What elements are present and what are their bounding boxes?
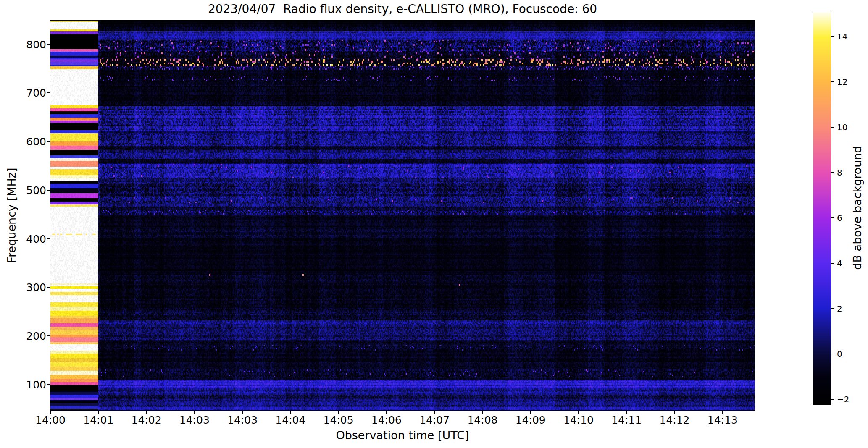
x-tick-mark [722, 411, 723, 414]
y-tick-label: 200 [26, 330, 46, 342]
x-tick-label: 14:03 [227, 414, 258, 426]
colorbar-tick-label: 12 [837, 77, 847, 87]
y-tick-label: 300 [26, 281, 46, 293]
x-tick-mark [194, 411, 195, 414]
colorbar-tick-label: 0 [837, 349, 842, 359]
spectrogram-figure: { "chart_data": { "type": "heatmap", "ti… [0, 0, 868, 448]
x-tick-mark [338, 411, 339, 414]
y-tick-label: 500 [26, 184, 46, 196]
x-tick-label: 14:12 [659, 414, 689, 426]
colorbar-tick-mark [831, 399, 834, 400]
y-tick-mark [47, 141, 50, 142]
colorbar-tick-label: 6 [837, 213, 842, 223]
y-tick-label: 700 [26, 87, 46, 99]
plot-area [50, 20, 755, 411]
x-tick-mark [578, 411, 579, 414]
x-tick-mark [530, 411, 531, 414]
x-axis-label: Observation time [UTC] [50, 429, 755, 442]
colorbar-gradient [813, 12, 831, 404]
colorbar-tick-mark [831, 308, 834, 309]
y-tick-mark [47, 92, 50, 93]
y-tick-mark [47, 335, 50, 336]
x-tick-label: 14:04 [275, 414, 305, 426]
y-tick-label: 400 [26, 233, 46, 245]
x-tick-label: 14:10 [563, 414, 594, 426]
y-tick-mark [47, 287, 50, 288]
colorbar-tick-mark [831, 217, 834, 218]
chart-title: 2023/04/07 Radio flux density, e-CALLIST… [50, 2, 755, 16]
y-tick-label: 800 [26, 38, 46, 50]
y-tick-label: 100 [26, 378, 46, 390]
colorbar-tick-label: 4 [837, 258, 842, 268]
spectrogram-heatmap [50, 21, 755, 410]
x-tick-mark [434, 411, 435, 414]
colorbar [813, 12, 831, 405]
x-tick-mark [482, 411, 483, 414]
colorbar-tick-label: 8 [837, 168, 842, 178]
x-tick-label: 14:07 [419, 414, 450, 426]
x-tick-mark [674, 411, 675, 414]
colorbar-tick-mark [831, 263, 834, 264]
y-tick-mark [47, 384, 50, 385]
x-tick-mark [386, 411, 387, 414]
colorbar-tick-label: −2 [837, 394, 849, 404]
x-tick-label: 14:00 [35, 414, 66, 426]
x-tick-label: 14:01 [83, 414, 113, 426]
x-tick-label: 14:05 [324, 414, 354, 426]
x-tick-label: 14:11 [611, 414, 642, 426]
y-tick-mark [47, 44, 50, 45]
x-tick-label: 14:13 [708, 414, 738, 426]
x-tick-label: 14:03 [179, 414, 210, 426]
y-tick-mark [47, 238, 50, 239]
x-tick-label: 14:09 [516, 414, 546, 426]
y-tick-mark [47, 190, 50, 191]
y-tick-label: 600 [26, 136, 46, 148]
colorbar-tick-mark [831, 127, 834, 128]
colorbar-tick-mark [831, 36, 834, 37]
x-tick-mark [626, 411, 627, 414]
x-tick-mark [242, 411, 243, 414]
x-tick-label: 14:08 [467, 414, 497, 426]
x-tick-mark [290, 411, 291, 414]
colorbar-tick-mark [831, 81, 834, 82]
x-tick-mark [146, 411, 147, 414]
colorbar-tick-mark [831, 172, 834, 173]
x-tick-label: 14:02 [132, 414, 162, 426]
colorbar-tick-label: 10 [837, 122, 847, 132]
x-tick-mark [98, 411, 99, 414]
colorbar-tick-label: 2 [837, 304, 842, 314]
x-tick-label: 14:06 [371, 414, 402, 426]
colorbar-tick-mark [831, 354, 834, 354]
colorbar-tick-label: 14 [837, 31, 847, 42]
x-tick-mark [50, 411, 51, 414]
